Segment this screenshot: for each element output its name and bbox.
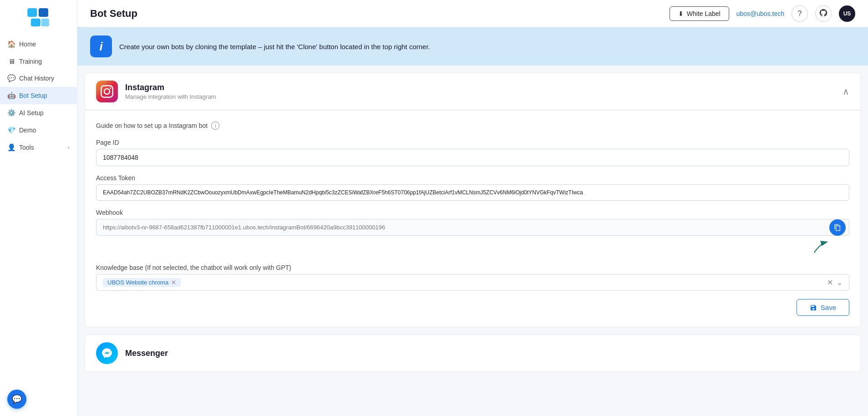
sidebar-item-tools[interactable]: 👤 Tools › (0, 139, 77, 156)
sidebar-item-demo[interactable]: 💎 Demo (0, 122, 77, 139)
ubos-logo-icon (27, 8, 51, 26)
instagram-form-section: Guide on how to set up a Instagram bot i… (85, 111, 860, 327)
arrow-indicator (96, 238, 849, 256)
github-button[interactable] (815, 5, 832, 22)
instagram-logo-icon (96, 81, 118, 102)
kb-select-icons: ✕ ⌄ (827, 278, 843, 287)
guide-info-icon[interactable]: i (211, 122, 219, 130)
page-title: Bot Setup (90, 8, 137, 20)
white-label-button[interactable]: ⬇ White Label (670, 6, 729, 21)
tools-arrow-icon: › (68, 144, 70, 151)
page-id-label: Page ID (96, 139, 849, 146)
access-token-label: Access Token (96, 174, 849, 182)
webhook-row (96, 219, 849, 236)
sidebar-bottom: 💬 (0, 382, 77, 416)
access-token-group: Access Token (96, 174, 849, 201)
svg-rect-0 (27, 8, 37, 17)
instagram-header-info: Instagram Manage integration with Instag… (125, 83, 216, 100)
knowledge-base-label: Knowledge base (If not selected, the cha… (96, 264, 849, 271)
instagram-title: Instagram (125, 83, 216, 92)
kb-dropdown-icon[interactable]: ⌄ (837, 278, 843, 287)
header-right: ⬇ White Label ubos@ubos.tech ? US (670, 5, 855, 22)
tools-icon: 👤 (7, 143, 15, 152)
knowledge-base-value: UBOS Website chroma (107, 279, 168, 286)
sidebar-label-training: Training (19, 58, 42, 65)
chat-bubble-button[interactable]: 💬 (7, 390, 26, 409)
training-icon: 🖥 (7, 57, 15, 65)
svg-rect-1 (39, 8, 48, 17)
access-token-input[interactable] (96, 184, 849, 201)
svg-rect-3 (41, 19, 49, 26)
instagram-collapse-button[interactable]: ∧ (843, 86, 849, 97)
home-icon: 🏠 (7, 40, 15, 48)
sidebar-logo (0, 0, 77, 32)
white-label-label: White Label (687, 10, 721, 17)
knowledge-base-select[interactable]: UBOS Website chroma ✕ ✕ ⌄ (96, 274, 849, 291)
webhook-label: Webhook (96, 209, 849, 216)
demo-icon: 💎 (7, 126, 15, 134)
copy-webhook-button[interactable] (829, 219, 846, 236)
instagram-header-left: Instagram Manage integration with Instag… (96, 81, 216, 102)
page-id-input[interactable] (96, 149, 849, 166)
sidebar-item-bot-setup[interactable]: 🤖 Bot Setup (0, 87, 77, 104)
github-icon (819, 8, 828, 19)
sidebar: 🏠 Home 🖥 Training 💬 Chat History 🤖 Bot S… (0, 0, 77, 416)
instagram-subtitle: Manage integration with Instagram (125, 93, 216, 100)
header: Bot Setup ⬇ White Label ubos@ubos.tech ?… (77, 0, 868, 27)
bot-setup-icon: 🤖 (7, 91, 15, 100)
copy-arrow-icon (811, 238, 829, 256)
sidebar-item-training[interactable]: 🖥 Training (0, 53, 77, 70)
messenger-logo-icon (96, 342, 118, 364)
messenger-card-header[interactable]: Messenger (85, 335, 860, 371)
svg-rect-2 (30, 19, 40, 26)
chat-history-icon: 💬 (7, 74, 15, 82)
page-id-group: Page ID (96, 139, 849, 166)
instagram-card-header[interactable]: Instagram Manage integration with Instag… (85, 73, 860, 110)
sidebar-navigation: 🏠 Home 🖥 Training 💬 Chat History 🤖 Bot S… (0, 36, 77, 382)
guide-row: Guide on how to set up a Instagram bot i (96, 122, 849, 130)
white-label-icon: ⬇ (678, 10, 684, 17)
chat-bubble-icon: 💬 (12, 394, 22, 404)
help-icon: ? (798, 10, 802, 18)
content-inner: i Create your own bots by cloning the te… (77, 27, 868, 386)
save-icon (810, 304, 817, 311)
save-label: Save (821, 304, 836, 311)
ai-setup-icon: ⚙️ (7, 109, 15, 117)
messenger-card: Messenger (85, 335, 861, 372)
main-content: Bot Setup ⬇ White Label ubos@ubos.tech ?… (77, 0, 868, 416)
sidebar-label-bot-setup: Bot Setup (19, 92, 47, 99)
save-row: Save (96, 299, 849, 316)
knowledge-base-tag: UBOS Website chroma ✕ (103, 278, 181, 287)
user-avatar[interactable]: US (839, 5, 855, 22)
sidebar-item-chat-history[interactable]: 💬 Chat History (0, 70, 77, 87)
knowledge-base-group: Knowledge base (If not selected, the cha… (96, 264, 849, 291)
sidebar-label-demo: Demo (19, 127, 36, 134)
sidebar-label-home: Home (19, 41, 36, 48)
help-button[interactable]: ? (792, 5, 808, 22)
guide-text: Guide on how to set up a Instagram bot (96, 122, 208, 129)
kb-clear-icon[interactable]: ✕ (827, 278, 833, 287)
sidebar-label-tools: Tools (19, 144, 34, 151)
sidebar-label-chat-history: Chat History (19, 75, 54, 82)
info-banner-icon: i (90, 36, 112, 57)
info-banner-text: Create your own bots by cloning the temp… (119, 43, 430, 51)
webhook-input[interactable] (96, 219, 849, 236)
sidebar-item-ai-setup[interactable]: ⚙️ AI Setup (0, 104, 77, 122)
messenger-title: Messenger (125, 349, 168, 358)
sidebar-item-home[interactable]: 🏠 Home (0, 36, 77, 53)
info-banner: i Create your own bots by cloning the te… (77, 27, 868, 66)
webhook-group: Webhook (96, 209, 849, 256)
messenger-info: Messenger (125, 349, 168, 358)
user-email: ubos@ubos.tech (736, 10, 784, 17)
knowledge-base-clear-button[interactable]: ✕ (171, 279, 176, 286)
instagram-card: Instagram Manage integration with Instag… (85, 73, 861, 327)
sidebar-label-ai-setup: AI Setup (19, 109, 44, 117)
content-area: i Create your own bots by cloning the te… (77, 27, 868, 416)
save-button[interactable]: Save (797, 299, 849, 316)
